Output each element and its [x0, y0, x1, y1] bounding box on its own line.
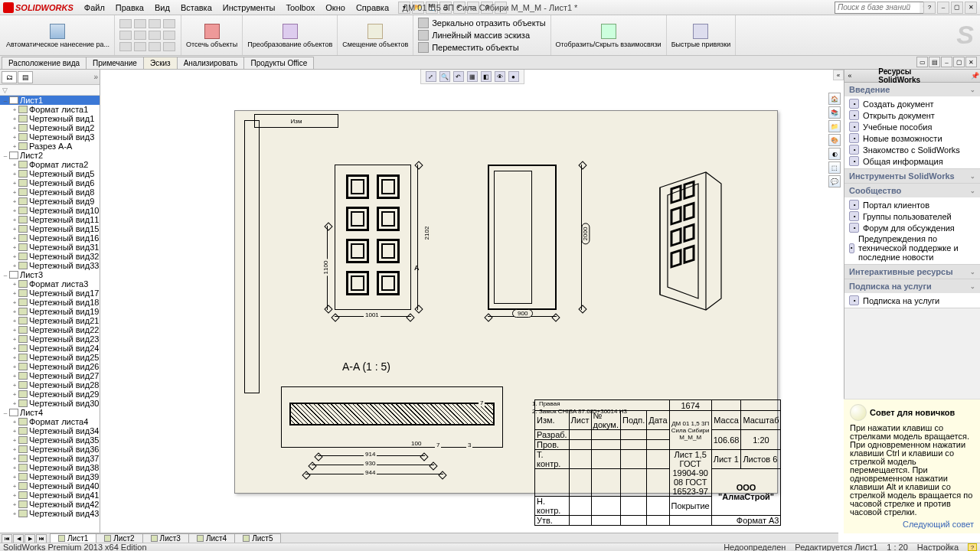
tree-item[interactable]: +Чертежный вид1 [0, 114, 100, 123]
tp-custom-icon[interactable]: ⬚ [828, 161, 841, 174]
taskpane-section-header[interactable]: Интерактивные ресурсы⌄ [844, 265, 980, 279]
tree-item[interactable]: +Чертежный вид29 [0, 390, 100, 399]
tp-appearances-icon[interactable]: ◐ [828, 148, 841, 160]
sheet-first-icon[interactable]: ⏮ [2, 534, 12, 543]
tree-item[interactable]: +Чертежный вид5 [0, 169, 100, 178]
ribbon-autodim[interactable]: Автоматическое нанесение ра... [2, 15, 115, 55]
close-icon[interactable]: ✕ [965, 2, 977, 14]
taskpane-link[interactable]: ∘Создать документ [844, 98, 980, 109]
doc-minimize-icon[interactable]: – [941, 57, 952, 67]
tree-item[interactable]: +Чертежный вид9 [0, 197, 100, 206]
tree-item[interactable]: +Чертежный вид15 [0, 224, 100, 233]
tree-sheet[interactable]: –Лист4 [0, 408, 100, 417]
ellipse-icon[interactable] [149, 31, 161, 40]
taskpane-link[interactable]: ∘Общая информация [844, 155, 980, 167]
hide-show-icon[interactable]: 👁 [495, 71, 505, 82]
panel-pin-icon[interactable]: » [93, 73, 98, 81]
title-block[interactable]: 1674 Изм.Лист№ докум.Подп.Дата ДМ 01 1,5… [534, 399, 768, 484]
taskpane-link[interactable]: ∘Предупреждения по технической поддержке… [844, 233, 980, 262]
taskpane-hide-icon[interactable]: « [844, 72, 855, 80]
help-icon[interactable]: ? [923, 2, 936, 14]
cmdtab-3[interactable]: Анализировать [177, 57, 245, 69]
section-view[interactable] [281, 386, 503, 448]
ribbon-offset[interactable]: Смещение объектов [338, 15, 413, 55]
tree-item[interactable]: +Чертежный вид8 [0, 187, 100, 197]
ribbon-trim[interactable]: Отсечь объекты [181, 15, 243, 55]
slot-icon[interactable] [134, 31, 146, 40]
taskpane-link[interactable]: ∘Форум для обсуждения [844, 222, 980, 233]
tree-item[interactable]: +Чертежный вид42 [0, 500, 100, 509]
tree-item[interactable]: +Чертежный вид11 [0, 215, 100, 224]
line-icon[interactable] [119, 19, 132, 28]
tree-filter[interactable]: ▽ [0, 85, 100, 96]
knowledge-search[interactable]: 🔍 [835, 2, 934, 14]
status-help-icon[interactable]: ? [968, 543, 977, 551]
tree-item[interactable]: +Чертежный вид25 [0, 353, 100, 362]
tree-item[interactable]: +Чертежный вид31 [0, 243, 100, 252]
dim-front-height[interactable] [417, 165, 418, 310]
tree-item[interactable]: +Чертежный вид26 [0, 362, 100, 371]
cmdtab-2[interactable]: Эскиз [143, 57, 178, 69]
tree-item[interactable]: +Чертежный вид10 [0, 206, 100, 215]
display-style-icon[interactable]: ◧ [481, 71, 492, 82]
rect-icon[interactable] [119, 31, 132, 40]
tree-item[interactable]: +Разрез A-A [0, 142, 100, 151]
taskpane-section-header[interactable]: Подписка на услуги⌄ [844, 279, 980, 293]
point-icon[interactable] [163, 31, 175, 40]
menu-вид[interactable]: Вид [150, 2, 175, 14]
tp-explorer-icon[interactable]: 📁 [828, 120, 841, 132]
sheet-last-icon[interactable]: ⏭ [36, 534, 47, 543]
drawing-canvas[interactable]: « ⤢ 🔍 ↶ ▦ ◧ 👁 ● 🏠 📚 📁 🎨 ◐ ⬚ 💬 Изм [100, 70, 844, 533]
tree-item[interactable]: +Чертежный вид24 [0, 344, 100, 353]
menu-окно[interactable]: Окно [321, 2, 350, 14]
doc-view-b-icon[interactable]: ▤ [929, 57, 940, 67]
taskpane-link[interactable]: ∘Новые возможности [844, 132, 980, 144]
tree-item[interactable]: +Чертежный вид6 [0, 178, 100, 187]
tree-item[interactable]: +Чертежный вид40 [0, 481, 100, 491]
tree-item[interactable]: +Чертежный вид32 [0, 252, 100, 261]
tree-item[interactable]: +Чертежный вид16 [0, 233, 100, 243]
tree-item[interactable]: +Формат листа3 [0, 279, 100, 289]
ribbon-convert[interactable]: Преобразование объектов [243, 15, 338, 55]
tree-item[interactable]: +Чертежный вид21 [0, 316, 100, 325]
tp-design-lib-icon[interactable]: 📚 [828, 106, 841, 119]
cmdtab-1[interactable]: Примечание [86, 57, 144, 69]
prev-view-icon[interactable]: ↶ [453, 71, 464, 82]
move-entities-button[interactable]: Переместить объекты [418, 42, 518, 53]
chamfer-icon[interactable] [134, 42, 146, 51]
zoom-area-icon[interactable]: 🔍 [439, 71, 450, 82]
feature-tree[interactable]: –Лист1+Формат листа1+Чертежный вид1+Черт… [0, 96, 100, 533]
zoom-fit-icon[interactable]: ⤢ [426, 71, 436, 82]
ribbon-quicksnap[interactable]: Быстрые привязки [667, 15, 737, 55]
search-input[interactable] [835, 3, 920, 11]
tree-sheet[interactable]: –Лист1 [0, 96, 100, 105]
menu-toolbox[interactable]: Toolbox [281, 2, 319, 14]
rear-view[interactable] [488, 165, 557, 310]
menu-файл[interactable]: Файл [80, 2, 109, 14]
tree-item[interactable]: +Чертежный вид37 [0, 454, 100, 463]
spline-icon[interactable] [163, 19, 175, 28]
taskpane-section-header[interactable]: Инструменты SolidWorks⌄ [844, 169, 980, 183]
tree-sheet[interactable]: –Лист3 [0, 270, 100, 279]
tree-item[interactable]: +Чертежный вид35 [0, 435, 100, 445]
tree-item[interactable]: +Чертежный вид38 [0, 463, 100, 472]
property-manager-tab-icon[interactable]: ▤ [18, 71, 33, 83]
polygon-icon[interactable] [163, 42, 175, 51]
doc-restore-icon[interactable]: ▢ [953, 57, 965, 67]
tree-item[interactable]: +Формат листа4 [0, 417, 100, 426]
linear-pattern-button[interactable]: Линейный массив эскиза [418, 30, 530, 41]
status-scale[interactable]: 1 : 20 [887, 543, 908, 551]
taskpane-pin-icon[interactable]: 📌 [969, 72, 980, 80]
doc-close-icon[interactable]: ✕ [965, 57, 977, 67]
sheet-prev-icon[interactable]: ◀ [13, 534, 24, 543]
tree-item[interactable]: +Чертежный вид28 [0, 380, 100, 390]
next-tip-link[interactable]: Следующий совет [850, 520, 974, 529]
tree-item[interactable]: +Чертежный вид41 [0, 491, 100, 500]
sheet-next-icon[interactable]: ▶ [24, 534, 35, 543]
circle-icon[interactable] [134, 19, 146, 28]
tree-item[interactable]: +Чертежный вид43 [0, 509, 100, 518]
tree-item[interactable]: +Чертежный вид33 [0, 261, 100, 270]
maximize-icon[interactable]: ▢ [951, 2, 963, 14]
taskpane-collapse-icon[interactable]: « [833, 70, 844, 80]
taskpane-link[interactable]: ∘Знакомство с SolidWorks [844, 144, 980, 155]
